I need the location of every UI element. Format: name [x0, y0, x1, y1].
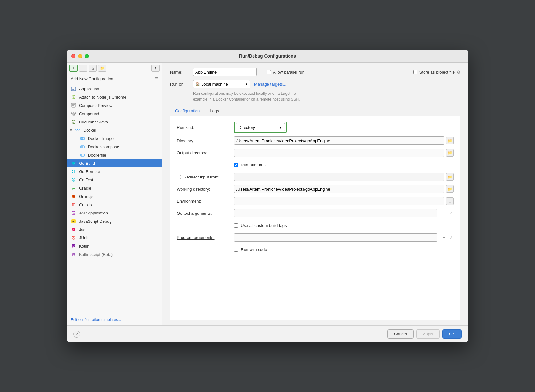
- directory-label: Directory:: [177, 138, 234, 143]
- docker-group-item[interactable]: ▼ Docker: [67, 126, 162, 134]
- run-on-select[interactable]: 🏠 Local machine ▼: [193, 80, 250, 88]
- svg-rect-7: [72, 105, 74, 106]
- redirect-input-label: Redirect input from:: [183, 175, 219, 179]
- manage-targets-link[interactable]: Manage targets...: [254, 82, 286, 87]
- list-item[interactable]: Compose Preview: [67, 101, 162, 109]
- go-args-input[interactable]: [234, 209, 437, 217]
- working-dir-input[interactable]: [234, 185, 444, 193]
- list-item[interactable]: Gulp.js: [67, 200, 162, 209]
- list-item[interactable]: Grunt.js: [67, 192, 162, 200]
- dialog-title: Run/Debug Configurations: [239, 53, 296, 59]
- output-dir-browse-button[interactable]: 📁: [446, 149, 454, 157]
- custom-build-tags-checkbox[interactable]: [234, 223, 238, 228]
- list-item[interactable]: Dockerfile: [67, 151, 162, 159]
- directory-input[interactable]: [234, 136, 444, 145]
- run-kind-value: Directory: [239, 125, 255, 130]
- custom-build-tags-label: Use all custom build tags: [241, 223, 287, 228]
- allow-parallel-container: Allow parallel run: [267, 70, 304, 74]
- edit-templates-link[interactable]: Edit configuration templates...: [71, 318, 121, 322]
- gear-icon[interactable]: ⚙: [457, 70, 460, 74]
- list-item[interactable]: JUnit: [67, 234, 162, 242]
- svg-text:js: js: [73, 96, 75, 99]
- options-icon[interactable]: ☰: [155, 77, 158, 81]
- directory-browse-button[interactable]: 📁: [446, 137, 454, 144]
- list-item[interactable]: Gradle: [67, 184, 162, 192]
- run-after-build-checkbox[interactable]: [234, 163, 238, 167]
- expand-icon[interactable]: ⤢: [448, 234, 454, 240]
- environment-input[interactable]: [234, 197, 444, 205]
- svg-rect-6: [72, 104, 75, 105]
- list-item[interactable]: Cucumber Java: [67, 118, 162, 126]
- list-item-label: JUnit: [79, 235, 89, 240]
- help-button[interactable]: ?: [73, 331, 80, 338]
- list-item[interactable]: JAR JAR Application: [67, 209, 162, 217]
- sort-config-button[interactable]: ↕: [151, 65, 160, 72]
- store-project-checkbox[interactable]: [413, 70, 417, 74]
- list-item[interactable]: Go Go Test: [67, 176, 162, 184]
- junit-icon: [71, 235, 76, 240]
- list-item[interactable]: Kotlin: [67, 242, 162, 250]
- list-item[interactable]: js Attach to Node.js/Chrome: [67, 93, 162, 101]
- footer-buttons: Cancel Apply OK: [387, 329, 462, 339]
- apply-button[interactable]: Apply: [416, 329, 440, 339]
- expand-icon[interactable]: ⤢: [448, 210, 454, 216]
- run-sudo-checkbox[interactable]: [234, 248, 238, 252]
- output-dir-input[interactable]: [234, 149, 444, 157]
- list-item-label: Gulp.js: [79, 202, 92, 207]
- run-kind-select[interactable]: Directory ▼: [236, 123, 285, 131]
- compound-icon: [71, 111, 76, 116]
- add-config-button[interactable]: +: [69, 65, 78, 72]
- folder-config-button[interactable]: 📁: [98, 65, 106, 72]
- name-input[interactable]: [193, 68, 257, 76]
- list-item[interactable]: Kotlin script (Beta): [67, 250, 162, 258]
- environment-browse-button[interactable]: ⊞: [446, 197, 454, 205]
- add-icon[interactable]: +: [441, 234, 447, 240]
- working-dir-browse-button[interactable]: 📁: [446, 185, 454, 193]
- remove-config-button[interactable]: −: [79, 65, 87, 72]
- minimize-button[interactable]: [78, 54, 82, 58]
- list-item[interactable]: Application: [67, 85, 162, 93]
- jar-icon: JAR: [71, 210, 76, 215]
- directory-control: 📁: [234, 136, 454, 145]
- list-item-label: Grunt.js: [79, 194, 94, 199]
- working-dir-control: 📁: [234, 185, 454, 193]
- list-item[interactable]: Jt Jest: [67, 225, 162, 234]
- svg-rect-20: [81, 154, 84, 156]
- list-item[interactable]: JS JavaScript Debug: [67, 217, 162, 225]
- list-item-label: Docker-compose: [88, 144, 119, 149]
- machine-icon: 🏠: [195, 82, 200, 86]
- list-item-label: Go Build: [79, 161, 95, 166]
- maximize-button[interactable]: [85, 54, 89, 58]
- program-args-input[interactable]: [234, 233, 437, 242]
- ok-button[interactable]: OK: [442, 329, 462, 339]
- working-dir-row: Working directory: 📁: [177, 185, 454, 193]
- close-button[interactable]: [71, 54, 75, 58]
- tab-logs[interactable]: Logs: [205, 106, 224, 116]
- svg-text:JAR: JAR: [73, 212, 76, 214]
- redirect-input-input[interactable]: [234, 173, 444, 181]
- cancel-button[interactable]: Cancel: [387, 329, 413, 339]
- go-build-item[interactable]: Go Go Build: [67, 159, 162, 167]
- allow-parallel-checkbox[interactable]: [267, 70, 271, 74]
- list-item[interactable]: Docker Image: [67, 134, 162, 143]
- list-item[interactable]: Compound: [67, 109, 162, 118]
- add-icon[interactable]: +: [441, 210, 447, 216]
- tab-configuration[interactable]: Configuration: [170, 106, 205, 116]
- custom-build-tags-row: Use all custom build tags: [177, 221, 454, 230]
- run-on-row: Run on: 🏠 Local machine ▼ Manage targets…: [170, 80, 460, 88]
- copy-config-button[interactable]: ⎘: [89, 65, 97, 72]
- list-item-label: Kotlin script (Beta): [79, 252, 113, 257]
- list-item-label: Docker Image: [88, 136, 114, 141]
- environment-row: Environment: ⊞: [177, 197, 454, 206]
- run-sudo-row: Run with sudo: [177, 245, 454, 254]
- list-item-label: Docker: [83, 128, 96, 133]
- list-item[interactable]: Go Go Remote: [67, 167, 162, 176]
- list-item[interactable]: Docker-compose: [67, 143, 162, 151]
- docker-image-icon: [80, 136, 85, 141]
- redirect-input-browse-button[interactable]: 📁: [446, 173, 454, 181]
- name-label: Name:: [170, 70, 189, 74]
- output-dir-row: Output directory: 📁: [177, 148, 454, 157]
- redirect-input-checkbox[interactable]: [177, 175, 181, 179]
- svg-text:JS: JS: [72, 220, 75, 223]
- list-item-label: Cucumber Java: [79, 120, 108, 124]
